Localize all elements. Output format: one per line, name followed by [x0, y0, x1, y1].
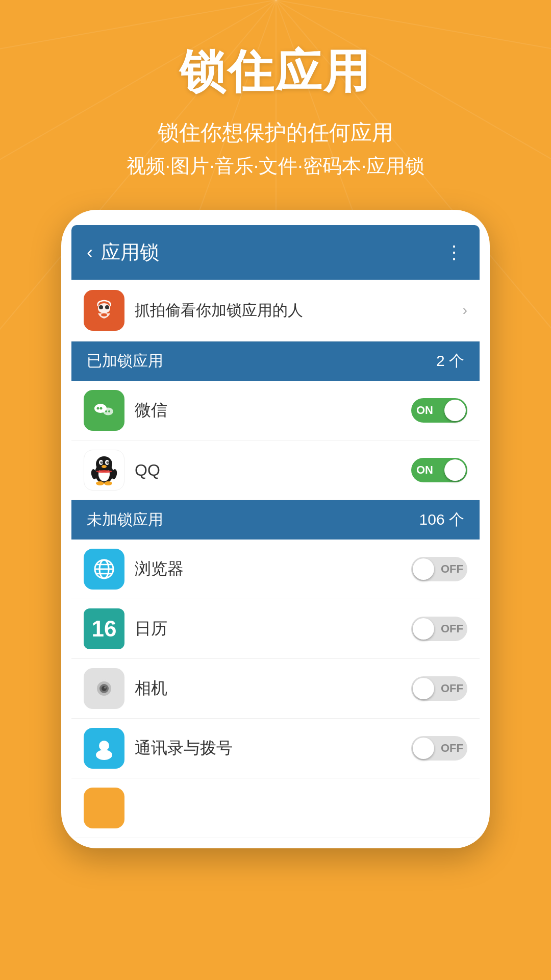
svg-point-13 [96, 456, 112, 472]
calendar-toggle-thumb [413, 618, 434, 640]
svg-point-18 [102, 461, 103, 462]
qq-icon [84, 450, 124, 491]
svg-point-4 [101, 313, 107, 316]
svg-point-33 [102, 686, 107, 691]
locked-section-header: 已加锁应用 2 个 [71, 341, 480, 381]
camera-toggle-thumb [413, 678, 434, 699]
spy-icon [84, 290, 124, 331]
partial-row [71, 778, 480, 838]
contacts-name: 通讯录与拨号 [135, 737, 401, 760]
camera-toggle-label: OFF [441, 682, 463, 695]
spy-chevron-icon: › [463, 302, 467, 318]
camera-icon [84, 668, 124, 709]
browser-icon [84, 549, 124, 590]
calendar-row: 16 日历 OFF [71, 599, 480, 659]
locked-title: 已加锁应用 [87, 351, 163, 372]
unlocked-section-header: 未加锁应用 106 个 [71, 500, 480, 540]
browser-row: 浏览器 OFF [71, 540, 480, 599]
phone-mockup: ‹ 应用锁 ⋮ [61, 210, 490, 848]
svg-point-19 [108, 461, 109, 462]
svg-point-21 [96, 481, 104, 485]
contacts-row: 通讯录与拨号 OFF [71, 719, 480, 778]
unlocked-title: 未加锁应用 [87, 509, 163, 530]
svg-point-20 [102, 465, 107, 468]
spy-row[interactable]: 抓拍偷看你加锁应用的人 › [71, 280, 480, 341]
svg-point-36 [96, 750, 112, 760]
subtitle-2: 视频·图片·音乐·文件·密码本·应用锁 [0, 153, 551, 179]
qq-toggle-label: ON [416, 463, 433, 477]
calendar-toggle[interactable]: OFF [411, 617, 467, 641]
svg-point-6 [97, 407, 99, 410]
browser-name: 浏览器 [135, 558, 401, 580]
svg-point-34 [104, 687, 106, 689]
browser-toggle-label: OFF [441, 562, 463, 576]
wechat-row: 微信 ON [71, 381, 480, 440]
header-area: 锁住应用 锁住你想保护的任何应用 视频·图片·音乐·文件·密码本·应用锁 [0, 0, 551, 210]
more-button[interactable]: ⋮ [445, 242, 464, 263]
contacts-toggle-label: OFF [441, 742, 463, 755]
svg-point-2 [99, 305, 103, 309]
browser-toggle-thumb [413, 558, 434, 580]
locked-count: 2 个 [436, 351, 464, 372]
camera-row: 相机 OFF [71, 659, 480, 719]
subtitle-1: 锁住你想保护的任何应用 [0, 118, 551, 147]
svg-point-22 [104, 481, 112, 485]
app-bar: ‹ 应用锁 ⋮ [71, 225, 480, 280]
contacts-toggle[interactable]: OFF [411, 736, 467, 761]
camera-toggle[interactable]: OFF [411, 676, 467, 701]
wechat-toggle[interactable]: ON [411, 398, 467, 423]
back-button[interactable]: ‹ [87, 242, 93, 263]
wechat-toggle-thumb [444, 400, 466, 421]
calendar-name: 日历 [135, 618, 401, 640]
qq-row: QQ ON [71, 440, 480, 500]
qq-name: QQ [135, 461, 401, 480]
svg-point-9 [105, 410, 107, 412]
qq-toggle-thumb [444, 459, 466, 481]
svg-point-35 [99, 741, 109, 751]
svg-point-3 [105, 305, 109, 309]
qq-toggle[interactable]: ON [411, 458, 467, 482]
unlocked-count: 106 个 [419, 509, 464, 530]
appbar-title: 应用锁 [101, 239, 159, 265]
svg-point-7 [100, 407, 103, 410]
contacts-icon [84, 728, 124, 769]
camera-name: 相机 [135, 677, 401, 700]
phone-outer: ‹ 应用锁 ⋮ [61, 210, 490, 848]
wechat-name: 微信 [135, 399, 401, 422]
spy-text: 抓拍偷看你加锁应用的人 [135, 300, 453, 321]
page-title: 锁住应用 [0, 41, 551, 103]
phone-screen: ‹ 应用锁 ⋮ [71, 225, 480, 838]
calendar-toggle-label: OFF [441, 622, 463, 635]
wechat-toggle-label: ON [416, 404, 433, 417]
partial-icon [84, 788, 124, 828]
browser-toggle[interactable]: OFF [411, 557, 467, 581]
calendar-icon: 16 [84, 608, 124, 649]
contacts-toggle-thumb [413, 738, 434, 759]
svg-point-10 [108, 410, 110, 412]
wechat-icon [84, 390, 124, 431]
